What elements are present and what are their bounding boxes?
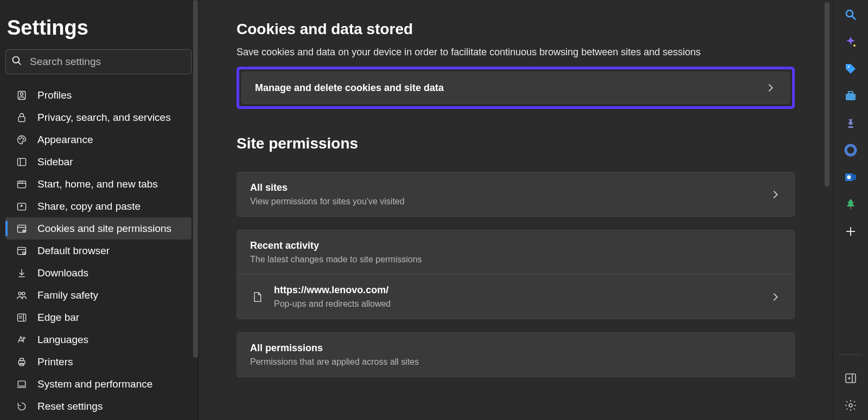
expand-panel-icon[interactable]	[844, 371, 858, 385]
main-scrollbar[interactable]	[825, 2, 829, 186]
sidebar-item-label: Cookies and site permissions	[37, 223, 171, 235]
svg-rect-8	[18, 158, 26, 165]
tree-icon[interactable]	[844, 197, 858, 211]
sidebar-item-label: Share, copy and paste	[37, 201, 141, 212]
svg-rect-48	[846, 374, 856, 383]
sidebar-scrollbar[interactable]	[193, 0, 198, 358]
sidebar-item-label: Languages	[37, 334, 88, 346]
svg-point-41	[846, 145, 856, 155]
all-sites-card: All sites View permissions for sites you…	[237, 172, 795, 217]
cookies-section-desc: Save cookies and data on your device in …	[237, 47, 795, 58]
printer-icon	[16, 357, 28, 367]
svg-rect-40	[848, 92, 853, 94]
search-icon[interactable]	[844, 8, 858, 22]
browser-icon	[16, 245, 28, 256]
chevron-right-icon	[769, 189, 781, 201]
edge-right-bar	[833, 0, 868, 420]
briefcase-icon[interactable]	[844, 89, 858, 103]
sparkle-icon[interactable]	[844, 35, 858, 49]
sidebar-item-printers[interactable]: Printers	[5, 351, 192, 373]
sidebar-item-label: Default browser	[37, 245, 110, 257]
plus-icon[interactable]	[844, 224, 858, 238]
recent-activity-sub: The latest changes made to site permissi…	[250, 255, 781, 264]
svg-point-38	[848, 66, 850, 68]
svg-rect-4	[18, 117, 25, 121]
sidebar-item-appearance[interactable]: Appearance	[5, 128, 192, 151]
site-permissions-title: Site permissions	[237, 135, 795, 152]
sidebar-item-reset[interactable]: Reset settings	[5, 395, 192, 417]
recent-site-url: https://www.lenovo.com/	[274, 285, 769, 296]
cookie-icon	[16, 223, 28, 234]
sidebar-item-family[interactable]: Family safety	[5, 284, 192, 306]
manage-cookies-label: Manage and delete cookies and site data	[255, 82, 764, 94]
reset-icon	[16, 401, 28, 412]
sidebar-item-start[interactable]: Start, home, and new tabs	[5, 173, 192, 195]
language-icon	[16, 334, 28, 345]
manage-cookies-row[interactable]: Manage and delete cookies and site data	[242, 72, 789, 104]
svg-rect-30	[18, 360, 25, 364]
settings-main: Cookies and data stored Save cookies and…	[198, 0, 833, 420]
office-icon[interactable]	[844, 143, 858, 157]
lock-icon	[16, 112, 28, 123]
sidebar-item-system[interactable]: System and performance	[5, 373, 192, 395]
search-icon	[11, 55, 30, 68]
sidebar-item-label: Privacy, search, and services	[37, 112, 171, 124]
sidebar-item-profiles[interactable]: Profiles	[5, 84, 192, 106]
edgebar-icon	[16, 312, 28, 323]
svg-line-36	[852, 16, 856, 20]
recent-site-desc: Pop-ups and redirects allowed	[274, 299, 769, 309]
sidebar-item-edgebar[interactable]: Edge bar	[5, 306, 192, 328]
sidebar-item-label: System and performance	[37, 378, 152, 390]
settings-nav: Profiles Privacy, search, and services A…	[5, 84, 192, 417]
tabs-icon	[16, 179, 28, 190]
sidebar-item-label: Edge bar	[37, 312, 79, 324]
chevron-right-icon	[764, 82, 776, 94]
svg-point-0	[13, 57, 20, 63]
all-permissions-title: All permissions	[250, 343, 781, 354]
svg-point-35	[846, 10, 853, 17]
sidebar-item-languages[interactable]: Languages	[5, 328, 192, 351]
search-settings-input[interactable]	[30, 56, 186, 68]
share-icon	[16, 201, 28, 212]
svg-line-1	[18, 62, 21, 65]
svg-point-44	[847, 176, 851, 179]
sidebar-item-default[interactable]: Default browser	[5, 240, 192, 262]
recent-activity-title: Recent activity	[250, 240, 781, 251]
all-sites-row[interactable]: All sites View permissions for sites you…	[237, 172, 794, 216]
settings-sidebar: Settings Profiles Privacy, search, and s…	[0, 0, 198, 420]
svg-rect-33	[18, 381, 25, 386]
svg-point-37	[853, 44, 856, 47]
sidebar-item-label: Reset settings	[37, 400, 103, 412]
sidebar-item-privacy[interactable]: Privacy, search, and services	[5, 106, 192, 128]
svg-point-50	[849, 404, 852, 407]
svg-rect-10	[18, 181, 26, 188]
settings-gear-icon[interactable]	[844, 398, 858, 412]
sidebar-item-label: Downloads	[37, 267, 88, 279]
svg-point-3	[21, 93, 23, 95]
user-icon	[16, 90, 28, 101]
all-permissions-card: All permissions Permissions that are app…	[237, 332, 795, 377]
sidebar-item-label: Start, home, and new tabs	[37, 178, 158, 190]
sidebar-item-sidebar[interactable]: Sidebar	[5, 151, 192, 173]
svg-point-5	[20, 138, 21, 139]
search-settings-box[interactable]	[5, 49, 192, 74]
sidebar-item-label: Family safety	[37, 289, 98, 301]
tag-icon[interactable]	[844, 62, 858, 76]
sidebar-item-cookies[interactable]: Cookies and site permissions	[5, 217, 192, 240]
outlook-icon[interactable]	[844, 170, 858, 184]
sidebar-item-downloads[interactable]: Downloads	[5, 262, 192, 284]
recent-site-row[interactable]: https://www.lenovo.com/ Pop-ups and redi…	[237, 274, 794, 319]
divider	[840, 354, 861, 355]
all-permissions-sub: Permissions that are applied across all …	[250, 357, 781, 367]
svg-rect-31	[20, 358, 24, 360]
cookies-section-title: Cookies and data stored	[237, 21, 795, 38]
svg-rect-14	[18, 203, 26, 210]
sidebar-icon	[16, 157, 28, 167]
settings-title: Settings	[7, 16, 192, 40]
all-sites-sub: View permissions for sites you've visite…	[250, 197, 769, 206]
sidebar-item-share[interactable]: Share, copy and paste	[5, 195, 192, 217]
chess-icon[interactable]	[844, 116, 858, 130]
chevron-right-icon	[769, 291, 781, 303]
sidebar-item-label: Appearance	[37, 134, 93, 146]
all-permissions-header: All permissions Permissions that are app…	[237, 333, 794, 377]
